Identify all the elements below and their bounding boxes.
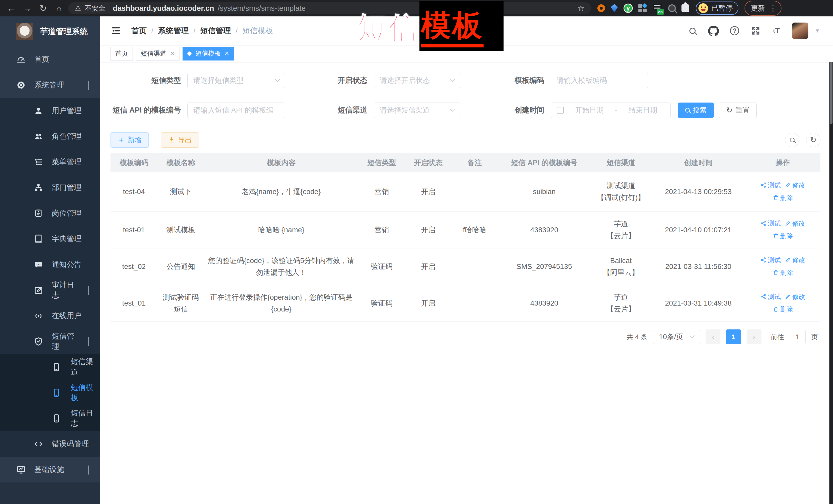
prev-page-button[interactable]: ‹ (706, 330, 720, 344)
reset-button[interactable]: ↻ 重置 (719, 102, 757, 118)
extension-grid-icon[interactable] (638, 4, 647, 13)
table-row[interactable]: test_02 公告通知 您的验证码{code}，该验证码5分钟内有效，请勿泄漏… (111, 248, 820, 285)
sidebar-item-roles[interactable]: 角色管理 (0, 124, 100, 149)
sidebar-item-audit-log[interactable]: 审计日志 (0, 278, 100, 303)
chevron-down-icon (88, 286, 89, 294)
table-row[interactable]: test_01 测试验证码短信 正在进行登录操作{operation}，您的验证… (111, 285, 820, 322)
breadcrumb-home[interactable]: 首页 (131, 26, 147, 36)
url-bar[interactable]: ⚠ 不安全 dashboard.yudao.iocoder.cn /system… (68, 2, 591, 14)
page-size-select[interactable]: 10条/页 (653, 330, 700, 344)
mobile-icon (51, 414, 62, 423)
cell-api-id: 4383920 (498, 285, 591, 322)
test-link[interactable]: 测试 (760, 179, 781, 191)
page-number-1[interactable]: 1 (726, 330, 741, 344)
menu-fold-icon[interactable] (110, 25, 121, 37)
edit-link[interactable]: 修改 (785, 254, 805, 266)
sidebar-item-departments[interactable]: 部门管理 (0, 175, 100, 200)
sidebar-item-label: 岗位管理 (52, 208, 81, 218)
github-icon[interactable] (708, 25, 719, 37)
avatar-caret-icon[interactable]: ▼ (814, 27, 820, 34)
status-select[interactable]: 请选择开启状态 (374, 73, 460, 88)
close-icon[interactable]: ✕ (224, 50, 229, 57)
tab-sms-channel[interactable]: 短信渠道 ✕ (136, 47, 180, 61)
edit-link[interactable]: 修改 (785, 179, 805, 191)
sidebar-item-infra[interactable]: 基础设施 (0, 457, 100, 482)
delete-link[interactable]: 删除 (773, 267, 793, 279)
sidebar-logo-row[interactable]: 芋道管理系统 (0, 17, 100, 47)
sms-template-table: 模板编码 模板名称 模板内容 短信类型 开启状态 备注 短信 API 的模板编号… (111, 153, 820, 322)
test-link[interactable]: 测试 (760, 291, 781, 303)
delete-link[interactable]: 删除 (773, 192, 793, 203)
delete-link[interactable]: 删除 (773, 230, 793, 242)
sidebar-item-sms-template[interactable]: 短信模板 (0, 380, 100, 406)
sidebar-item-system[interactable]: 系统管理 (0, 72, 100, 98)
bookmark-star-icon[interactable]: ☆ (577, 3, 585, 13)
tab-sms-template[interactable]: 短信模板 ✕ (183, 47, 234, 61)
security-label[interactable]: 不安全 (85, 4, 105, 13)
extension-monocle-icon[interactable] (668, 4, 676, 12)
help-icon[interactable]: ? (729, 25, 740, 37)
reload-icon[interactable]: ↻ (37, 2, 50, 15)
browser-menu-icon[interactable]: ⋮ (769, 4, 777, 12)
cell-created: 2021-04-10 01:07:21 (651, 212, 745, 248)
add-button[interactable]: ＋ 新增 (111, 132, 149, 148)
shield-check-icon (33, 337, 44, 346)
close-icon[interactable]: ✕ (170, 50, 174, 57)
create-time-label: 创建时间 (513, 105, 544, 115)
end-date-placeholder: 结束日期 (621, 105, 665, 115)
search-button[interactable]: 搜索 (678, 102, 714, 118)
template-code-input[interactable] (556, 76, 642, 85)
extension-list-icon[interactable]: on (653, 4, 663, 13)
extension-ring-icon[interactable] (597, 4, 605, 12)
forward-icon[interactable]: → (21, 2, 34, 15)
mobile-icon (51, 362, 62, 372)
browser-profile-button[interactable]: 已暂停 (696, 2, 738, 15)
date-range-picker[interactable]: 开始日期 - 结束日期 (551, 102, 671, 118)
user-avatar[interactable] (792, 23, 808, 39)
search-icon[interactable] (687, 25, 698, 37)
sidebar-item-notice[interactable]: 通知公告 (0, 252, 100, 278)
test-link[interactable]: 测试 (760, 217, 781, 229)
sidebar-item-sms[interactable]: 短信管理 (0, 329, 100, 354)
sidebar-item-users[interactable]: 用户管理 (0, 98, 100, 124)
home-icon[interactable]: ⌂ (52, 2, 66, 15)
table-row[interactable]: test-04 测试下 老鸡{name}，牛逼{code} 营销 开启 suib… (111, 172, 820, 212)
channel-select[interactable]: 请选择短信渠道 (374, 102, 460, 118)
fullscreen-icon[interactable] (750, 25, 761, 37)
back-icon[interactable]: ← (5, 2, 18, 15)
cell-type: 验证码 (358, 248, 405, 285)
browser-update-button[interactable]: 更新 ⋮ (744, 1, 782, 16)
sidebar-item-posts[interactable]: 岗位管理 (0, 200, 100, 226)
show-search-button[interactable] (785, 133, 800, 147)
refresh-button[interactable]: ↻ (806, 133, 820, 147)
scrollbar[interactable] (829, 17, 833, 504)
next-page-button[interactable]: › (746, 330, 761, 344)
edit-link[interactable]: 修改 (785, 217, 805, 229)
table-row[interactable]: test-01 测试模板 哈哈哈 {name} 营销 开启 f哈哈哈 43839… (111, 212, 820, 248)
breadcrumb-sms[interactable]: 短信管理 (200, 26, 231, 36)
tab-home[interactable]: 首页 (110, 47, 133, 61)
edit-link[interactable]: 修改 (785, 291, 805, 303)
search-icon (685, 108, 690, 113)
browser-chrome: ← → ↻ ⌂ ⚠ 不安全 dashboard.yudao.iocoder.cn… (0, 0, 833, 17)
test-link[interactable]: 测试 (760, 254, 781, 266)
export-button[interactable]: 导出 (161, 132, 199, 148)
sidebar-item-sms-log[interactable]: 短信日志 (0, 406, 100, 431)
font-size-icon[interactable]: tT (771, 25, 782, 37)
goto-page-input[interactable] (790, 330, 806, 344)
sidebar-item-home[interactable]: 首页 (0, 47, 100, 72)
extensions-puzzle-icon[interactable] (682, 4, 689, 12)
sidebar-item-error-code[interactable]: 错误码管理 (0, 431, 100, 457)
sms-type-select[interactable]: 请选择短信类型 (187, 73, 285, 88)
sidebar-item-menus[interactable]: 菜单管理 (0, 149, 100, 175)
extension-gem-icon[interactable] (611, 4, 618, 12)
delete-link[interactable]: 删除 (773, 303, 793, 315)
sidebar-item-online-users[interactable]: 在线用户 (0, 303, 100, 329)
api-template-input[interactable] (193, 106, 279, 114)
sidebar-item-dict[interactable]: 字典管理 (0, 226, 100, 252)
sidebar-item-sms-channel[interactable]: 短信渠道 (0, 354, 100, 380)
col-header: 操作 (745, 153, 820, 172)
extension-green-icon[interactable]: y (623, 4, 633, 13)
breadcrumb-system[interactable]: 系统管理 (158, 26, 189, 36)
search-button-label: 搜索 (693, 105, 707, 115)
